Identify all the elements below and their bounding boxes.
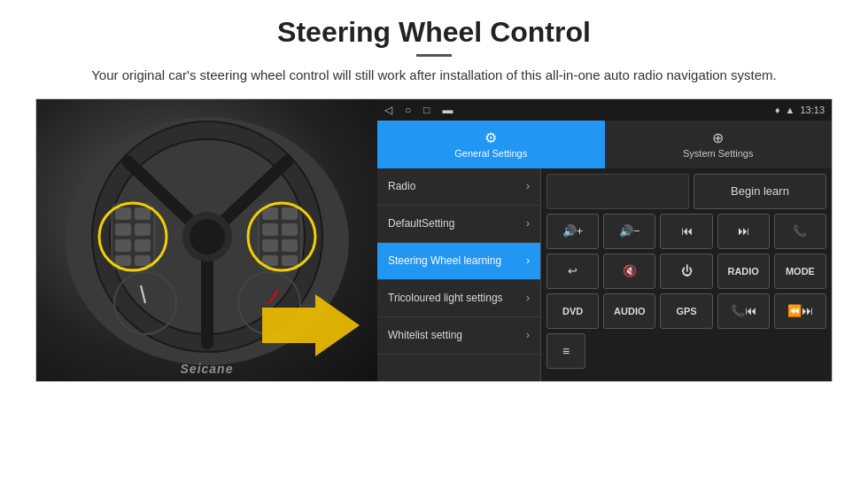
svg-rect-19 <box>282 207 298 220</box>
vol-up-button[interactable]: 🔊+ <box>546 214 599 249</box>
menu-list-icon: ≡ <box>562 344 570 358</box>
mode-label: MODE <box>786 266 815 277</box>
steering-wheel-panel: Seicane <box>36 99 377 382</box>
page-title: Steering Wheel Control <box>35 16 833 49</box>
steering-wheel-bg: Seicane <box>36 99 377 382</box>
audio-button[interactable]: AUDIO <box>603 293 655 329</box>
general-settings-icon: ⚙ <box>484 129 497 146</box>
prev-track-icon: ⏮ <box>681 224 693 238</box>
chevron-icon: › <box>526 329 530 341</box>
begin-learn-button[interactable]: Begin learn <box>694 174 826 209</box>
vol-down-icon: 🔊− <box>619 224 640 238</box>
call-icon: 📞 <box>793 224 807 238</box>
power-icon: ⏻ <box>681 264 693 277</box>
controls-row-4: ≡ <box>546 333 826 369</box>
svg-rect-21 <box>282 223 298 236</box>
chevron-icon: › <box>526 180 530 192</box>
svg-point-7 <box>190 219 225 254</box>
menu-item-tricoloured[interactable]: Tricoloured light settings › <box>377 280 540 317</box>
menu-item-default[interactable]: DefaultSetting › <box>377 206 540 243</box>
next-track-icon: ⏭ <box>738 224 749 238</box>
radio-button[interactable]: RADIO <box>717 254 770 289</box>
prev-track-button[interactable]: ⏮ <box>660 214 712 249</box>
svg-rect-18 <box>262 207 278 220</box>
next-track-button[interactable]: ⏭ <box>717 214 770 249</box>
android-ui-panel: ◁ ○ □ ▬ ♦ ▲ 13:13 ⚙ General Settings <box>377 99 832 381</box>
settings-tabs: ⚙ General Settings ⊕ System Settings <box>377 121 832 168</box>
call-prev-icon: 📞⏮ <box>731 304 756 317</box>
svg-rect-25 <box>282 255 298 266</box>
svg-rect-22 <box>262 239 278 252</box>
watermark-text: Seicane <box>181 362 234 376</box>
arrow-icon <box>262 294 360 356</box>
svg-rect-12 <box>135 223 151 236</box>
svg-rect-10 <box>135 207 151 220</box>
radio-label: RADIO <box>727 266 758 277</box>
tab-system-label: System Settings <box>683 148 753 159</box>
content-panel: Begin learn 🔊+ 🔊− ⏮ <box>541 168 832 381</box>
empty-input-box <box>546 174 689 209</box>
home-nav-icon[interactable]: ○ <box>405 104 411 116</box>
chevron-icon: › <box>526 217 530 230</box>
menu-list: Radio › DefaultSetting › Steering Wheel … <box>377 168 541 381</box>
controls-row-3: DVD AUDIO GPS 📞⏮ ⏪⏭ <box>546 293 826 329</box>
tab-general-label: General Settings <box>454 148 527 159</box>
menu-item-whitelist-label: Whitelist setting <box>388 329 462 341</box>
rew-ff-icon: ⏪⏭ <box>787 304 813 317</box>
vol-up-icon: 🔊+ <box>562 224 584 238</box>
menu-item-steering-label: Steering Wheel learning <box>388 254 501 267</box>
svg-rect-13 <box>115 239 131 252</box>
svg-marker-30 <box>262 294 360 356</box>
menu-item-steering[interactable]: Steering Wheel learning › <box>377 243 540 280</box>
dvd-label: DVD <box>562 306 583 316</box>
svg-rect-23 <box>282 239 298 252</box>
status-bar: ◁ ○ □ ▬ ♦ ▲ 13:13 <box>377 99 832 121</box>
gps-button[interactable]: GPS <box>660 293 712 329</box>
rew-ff-button[interactable]: ⏪⏭ <box>774 293 826 329</box>
chevron-icon: › <box>526 254 530 267</box>
title-divider <box>416 54 452 57</box>
nav-buttons: ◁ ○ □ ▬ <box>384 104 453 116</box>
clock: 13:13 <box>800 105 825 115</box>
dvd-button[interactable]: DVD <box>546 293 599 329</box>
svg-rect-14 <box>135 239 151 252</box>
menu-item-whitelist[interactable]: Whitelist setting › <box>377 317 540 355</box>
svg-rect-9 <box>115 207 131 220</box>
page-subtitle: Your original car's steering wheel contr… <box>35 66 833 86</box>
top-row: Begin learn <box>546 174 826 209</box>
menu-icon-button[interactable]: ≡ <box>546 333 585 369</box>
controls-row-1: 🔊+ 🔊− ⏮ ⏭ 📞 <box>546 214 826 249</box>
svg-rect-11 <box>115 223 131 236</box>
menu-nav-icon[interactable]: ▬ <box>443 104 453 116</box>
svg-rect-15 <box>115 255 131 266</box>
status-right: ♦ ▲ 13:13 <box>775 105 825 115</box>
mode-button[interactable]: MODE <box>774 254 826 289</box>
menu-item-default-label: DefaultSetting <box>388 217 454 230</box>
call-prev-button[interactable]: 📞⏮ <box>717 293 770 329</box>
chevron-icon: › <box>526 292 530 304</box>
vol-down-button[interactable]: 🔊− <box>603 214 655 249</box>
menu-item-radio[interactable]: Radio › <box>377 168 540 206</box>
signal-icon: ♦ <box>775 105 780 115</box>
back-nav-icon[interactable]: ◁ <box>384 104 392 116</box>
power-button[interactable]: ⏻ <box>660 254 712 289</box>
svg-rect-20 <box>262 223 278 236</box>
main-content-area: Seicane ◁ ○ □ ▬ ♦ ▲ 13:13 <box>35 98 833 382</box>
settings-main: Radio › DefaultSetting › Steering Wheel … <box>377 168 832 381</box>
mute-icon: 🔇 <box>623 264 637 277</box>
tab-system[interactable]: ⊕ System Settings <box>605 121 833 168</box>
call-button[interactable]: 📞 <box>774 214 826 249</box>
system-settings-icon: ⊕ <box>712 129 724 146</box>
recent-nav-icon[interactable]: □ <box>423 104 430 116</box>
controls-row-2: ↩ 🔇 ⏻ RADIO MODE <box>546 254 826 289</box>
back-icon: ↩ <box>568 264 577 277</box>
mute-button[interactable]: 🔇 <box>603 254 655 289</box>
menu-item-tricoloured-label: Tricoloured light settings <box>388 292 503 304</box>
svg-rect-16 <box>135 255 151 266</box>
tab-general[interactable]: ⚙ General Settings <box>377 121 605 168</box>
back-button[interactable]: ↩ <box>546 254 599 289</box>
audio-label: AUDIO <box>614 306 645 316</box>
wifi-icon: ▲ <box>786 105 795 115</box>
gps-label: GPS <box>676 306 696 316</box>
menu-item-radio-label: Radio <box>388 180 415 192</box>
